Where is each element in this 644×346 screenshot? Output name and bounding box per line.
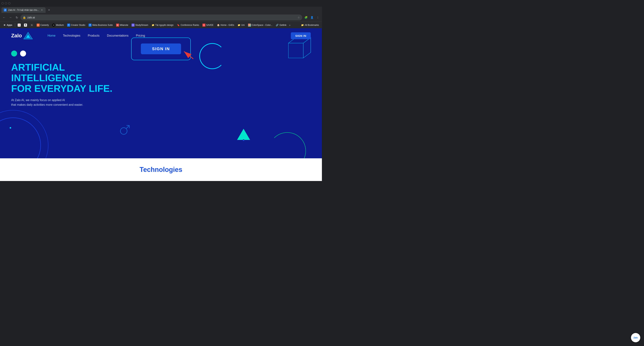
new-tab-button[interactable]: + <box>46 7 52 13</box>
notion-icon: N <box>24 24 27 26</box>
white-dot-decoration <box>20 50 26 56</box>
nav-home[interactable]: Home <box>48 34 56 37</box>
bookmark-meta-label: Meta Business Suite <box>92 24 112 26</box>
bookmark-conference-label: Conference Ranks <box>181 24 199 26</box>
bookmark-apps-label: Apps <box>7 24 12 26</box>
folder-icon-1: 📁 <box>152 24 155 26</box>
bookmark-studystream[interactable]: S StudyStream <box>130 23 150 27</box>
hero-desc-line1: At Zalo AI, we mainly focus on applied A… <box>11 99 65 102</box>
forward-button[interactable]: → <box>8 15 13 20</box>
bookmark-notion[interactable]: N <box>22 23 28 27</box>
menu-button[interactable]: ⋮ <box>315 15 320 20</box>
technologies-section: Technologies <box>0 158 322 181</box>
svg-point-13 <box>120 128 127 134</box>
nav-sign-in-button[interactable]: SIGN IN <box>291 32 311 39</box>
green-dot-decoration <box>11 50 17 56</box>
bookmark-tai-nguyen[interactable]: 📁 Tài nguyên design <box>150 23 175 27</box>
minimize-button[interactable]: ─ <box>2 2 4 4</box>
bookmark-medium[interactable]: M Medium <box>50 23 65 27</box>
bookmark-savee[interactable]: S SAVEE <box>201 23 215 27</box>
conference-icon: 🔖 <box>177 24 180 26</box>
svg-line-14 <box>126 125 129 129</box>
bookmark-creator-studio-label: Creator Studio <box>71 24 85 26</box>
logo-icon <box>24 32 33 39</box>
careerly-icon: C <box>37 24 40 26</box>
bookmark-apps[interactable]: ⊞ Apps <box>2 23 14 27</box>
getlink-icon: 🔗 <box>276 24 279 26</box>
more-bookmarks-button[interactable]: » <box>288 24 291 26</box>
all-bookmarks-folder-icon: 📁 <box>301 24 304 26</box>
triangle-decoration <box>236 128 251 142</box>
close-button[interactable]: ✕ <box>8 2 10 4</box>
home-icon: 🏠 <box>217 24 220 26</box>
milanote-icon: M <box>116 24 119 26</box>
bookmark-creator-studio[interactable]: f Creator Studio <box>66 23 87 27</box>
site-nav: Zalo Home Technologies Products Document… <box>0 28 322 43</box>
technologies-title: Technologies <box>11 166 311 173</box>
address-bar[interactable]: 🔒 zalo.ai ☆ <box>20 14 302 20</box>
hero-dots <box>11 50 123 56</box>
bookmark-nb[interactable]: N <box>29 23 35 27</box>
bookmark-colorspace[interactable]: 🎨 ColorSpace - Color... <box>246 23 274 27</box>
site-logo: Zalo <box>11 32 33 39</box>
nav-pricing[interactable]: Pricing <box>136 34 145 37</box>
bookmark-careerly[interactable]: C Careerly <box>35 23 50 27</box>
male-symbol-decoration <box>119 124 130 140</box>
tab-close-button[interactable]: ✕ <box>40 8 43 11</box>
bookmark-colorspace-label: ColorSpace - Color... <box>252 24 272 26</box>
bookmark-home-g4ds-label: Home - G4Ds <box>220 24 234 26</box>
bookmark-milanote[interactable]: M Milanote <box>114 23 130 27</box>
nav-right: SIGN IN <box>291 32 311 39</box>
nav-links: Home Technologies Products Documentation… <box>48 34 145 37</box>
refresh-button[interactable]: ↻ <box>14 15 19 20</box>
active-tab[interactable]: Z Zalo AI - Trí tuệ nhân tạo cho... ✕ <box>2 7 46 13</box>
modal-sign-in-button[interactable]: SIGN IN <box>141 43 181 54</box>
hero-content: ARTIFICIAL INTELLIGENCE FOR EVERYDAY LIF… <box>11 50 123 107</box>
address-bar-area: ← → ↻ 🔒 zalo.ai ☆ 🧩 👤 ⋮ <box>0 13 322 21</box>
bookmark-getlink-label: Getlink <box>280 24 286 26</box>
back-button[interactable]: ← <box>2 15 7 20</box>
profile-button[interactable]: 👤 <box>309 15 314 20</box>
bookmarks-bar: ⊞ Apps M N N C Careerly M Medium f Creat… <box>0 21 322 28</box>
bookmark-milanote-label: Milanote <box>120 24 128 26</box>
uni-folder-icon: 📁 <box>238 24 240 26</box>
hero-description: At Zalo AI, we mainly focus on applied A… <box>11 98 123 107</box>
bookmark-home-g4ds[interactable]: 🏠 Home - G4Ds <box>215 23 236 27</box>
bookmark-meta-business[interactable]: f Meta Business Suite <box>87 23 114 27</box>
maximize-button[interactable]: □ <box>5 2 7 4</box>
bookmark-gmail[interactable]: M <box>16 23 22 27</box>
nav-products[interactable]: Products <box>88 34 100 37</box>
svg-marker-17 <box>237 129 250 140</box>
bookmark-all[interactable]: 📁 All Bookmarks <box>300 23 320 27</box>
lock-icon: 🔒 <box>23 16 26 19</box>
svg-line-10 <box>303 52 311 58</box>
cyan-dot-decoration <box>10 127 11 129</box>
hero-title-line1: ARTIFICIAL INTELLIGENCE <box>11 62 82 83</box>
creator-studio-icon: f <box>67 24 70 26</box>
meta-icon: f <box>88 24 92 26</box>
bookmark-getlink[interactable]: 🔗 Getlink <box>274 23 288 27</box>
window-controls[interactable]: ─ □ ✕ <box>2 2 10 4</box>
tabs-bar: Z Zalo AI - Trí tuệ nhân tạo cho... ✕ + <box>0 7 322 13</box>
bookmark-star-icon[interactable]: ☆ <box>298 16 300 19</box>
extensions-button[interactable]: 🧩 <box>303 15 308 20</box>
medium-icon: M <box>52 24 55 26</box>
cyan-circle-decoration <box>199 43 225 69</box>
bookmark-all-label: All Bookmarks <box>304 24 319 26</box>
gmail-icon: M <box>18 24 21 26</box>
bookmark-uni[interactable]: 📁 Uni <box>236 23 246 27</box>
bookmark-savee-label: SAVEE <box>206 24 214 26</box>
nb-icon: N <box>30 24 33 26</box>
browser-actions: 🧩 👤 ⋮ <box>303 15 320 20</box>
tab-title: Zalo AI - Trí tuệ nhân tạo cho... <box>8 9 39 11</box>
bookmark-studystream-label: StudyStream <box>135 24 148 26</box>
apps-grid-icon: ⊞ <box>3 24 6 26</box>
savee-icon: S <box>202 24 206 26</box>
nav-documentations[interactable]: Documentations <box>107 34 128 37</box>
annotation-arrow <box>180 50 195 61</box>
bookmark-conference[interactable]: 🔖 Conference Ranks <box>176 23 200 27</box>
page-content: Zalo Home Technologies Products Document… <box>0 28 322 158</box>
nav-technologies[interactable]: Technologies <box>63 34 80 37</box>
svg-rect-5 <box>288 43 303 58</box>
bookmark-medium-label: Medium <box>56 24 64 26</box>
